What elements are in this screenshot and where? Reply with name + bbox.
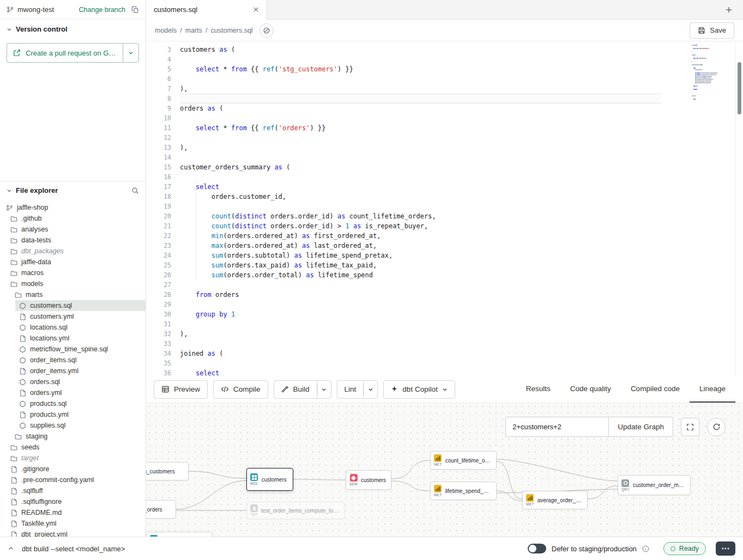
tab-customers-sql[interactable]: customers.sql [146, 0, 267, 20]
create-pr-dropdown-button[interactable] [123, 43, 139, 63]
panel-tab-lineage[interactable]: Lineage [690, 376, 735, 403]
code-line-3[interactable]: 3customers as ( [146, 45, 661, 54]
breadcrumb-part-models[interactable]: models [155, 27, 177, 34]
panel-tab-code-quality[interactable]: Code quality [560, 376, 621, 403]
save-button[interactable]: Save [690, 22, 734, 39]
code-line-14[interactable]: 14 [146, 153, 661, 162]
code-line-36[interactable]: 36 select [146, 368, 661, 376]
code-line-17[interactable]: 17 select [146, 182, 661, 192]
code-line-34[interactable]: 34joined as ( [146, 349, 661, 358]
file-item-.github[interactable]: .github [0, 213, 146, 224]
lineage-node-customers[interactable]: MDLcustomers [246, 468, 293, 491]
file-item-dbt_packages[interactable]: dbt_packages [0, 246, 146, 257]
file-item-.sqlfluffignore[interactable]: .sqlfluffignore [0, 496, 146, 507]
search-icon[interactable] [131, 187, 139, 194]
build-button[interactable]: Build [274, 380, 317, 399]
chevron-down-icon[interactable] [7, 27, 12, 32]
code-line-33[interactable]: 33 [146, 339, 661, 349]
code-line-9[interactable]: 9orders as ( [146, 104, 661, 113]
file-item-data-tests[interactable]: data-tests [0, 235, 146, 246]
file-item-orders.yml[interactable]: orders.yml [0, 387, 146, 398]
code-line-35[interactable]: 35 [146, 358, 661, 368]
file-item-target[interactable]: target [0, 453, 146, 464]
dbt-copilot-button[interactable]: dbt Copilot [383, 380, 455, 399]
lineage-node-test_order_items_compute_to_bools...[interactable]: TSTtest_order_items_compute_to_bools... [246, 502, 345, 519]
info-icon[interactable] [642, 545, 649, 552]
chevron-up-icon[interactable] [8, 545, 14, 552]
build-dropdown-button[interactable] [317, 380, 331, 399]
code-line-8[interactable]: 8 [146, 94, 661, 104]
file-item-metricflow_time_spine.sql[interactable]: metricflow_time_spine.sql [0, 344, 146, 355]
code-line-26[interactable]: 26 sum(orders.order_total) as lifetime_s… [146, 270, 661, 280]
file-item-supplies.sql[interactable]: supplies.sql [0, 420, 146, 431]
file-item-dbt_project.yml[interactable]: dbt_project.yml [0, 529, 146, 537]
code-line-7[interactable]: 7), [146, 84, 661, 94]
code-editor[interactable]: 3customers as (45 select * from {{ ref('… [146, 41, 743, 376]
editor-scrollbar[interactable] [735, 41, 743, 376]
file-item-.sqlfluff[interactable]: .sqlfluff [0, 485, 146, 496]
file-item-customers.sql[interactable]: customers.sql [15, 300, 146, 311]
lineage-node-customer_order_metrics[interactable]: QRYcustomer_order_metrics [618, 475, 691, 495]
file-item-order_items.yml[interactable]: order_items.yml [0, 366, 146, 376]
scrollbar-thumb[interactable] [738, 62, 741, 114]
file-item-models[interactable]: models [0, 278, 146, 289]
code-line-30[interactable]: 30 group by 1 [146, 309, 661, 319]
copilot-circle-icon[interactable] [259, 23, 274, 38]
file-item-orders.sql[interactable]: orders.sql [0, 376, 146, 387]
file-item-seeds[interactable]: seeds [0, 442, 146, 453]
code-line-31[interactable]: 31 [146, 319, 661, 329]
update-graph-button[interactable]: Update Graph [609, 417, 673, 437]
code-line-13[interactable]: 13), [146, 143, 661, 153]
code-line-21[interactable]: 21 count(distinct orders.order_id) > 1 a… [146, 221, 661, 231]
file-item-macros[interactable]: macros [0, 267, 146, 278]
preview-button[interactable]: Preview [154, 380, 208, 399]
code-line-27[interactable]: 27 [146, 280, 661, 290]
lineage-node-stg_orders[interactable]: MDLstg_orders [146, 500, 176, 519]
code-line-16[interactable]: 16 [146, 172, 661, 182]
file-item-analyses[interactable]: analyses [0, 224, 146, 235]
file-item-jaffle-shop[interactable]: jaffle-shop [0, 202, 146, 213]
lineage-panel[interactable]: MDLstg_customersMDLstg_ordersMDLcustomer… [146, 403, 743, 537]
lineage-node-average_order_value[interactable]: METaverage_order_value [522, 491, 588, 509]
code-line-6[interactable]: 6 [146, 74, 661, 84]
chevron-down-icon[interactable] [7, 188, 12, 193]
file-item-customers.yml[interactable]: customers.yml [0, 311, 146, 322]
code-line-25[interactable]: 25 sum(orders.tax_paid) as lifetime_tax_… [146, 260, 661, 270]
panel-tab-results[interactable]: Results [516, 376, 560, 403]
create-pr-button[interactable]: Create a pull request on Git... [7, 43, 123, 63]
cli-command[interactable]: dbt build --select <model_name> [22, 545, 125, 553]
panel-tab-compiled-code[interactable]: Compiled code [621, 376, 690, 403]
breadcrumb-part-marts[interactable]: marts [185, 27, 202, 34]
file-item-locations.yml[interactable]: locations.yml [0, 333, 146, 344]
new-tab-button[interactable] [721, 2, 736, 17]
code-line-29[interactable]: 29 [146, 300, 661, 309]
lineage-selector-input[interactable] [505, 417, 609, 437]
code-line-32[interactable]: 32), [146, 329, 661, 339]
lineage-node-stg_order_items[interactable]: MDLstg_order_items [146, 532, 213, 537]
file-item-README.md[interactable]: README.md [0, 507, 146, 518]
lineage-node-lifetime_spend_pretax[interactable]: METlifetime_spend_pretax [430, 482, 497, 500]
code-line-22[interactable]: 22 min(orders.ordered_at) as first_order… [146, 231, 661, 241]
overflow-menu-button[interactable] [716, 541, 735, 556]
lint-dropdown-button[interactable] [363, 380, 378, 399]
code-line-24[interactable]: 24 sum(orders.subtotal) as lifetime_spen… [146, 251, 661, 260]
lint-button[interactable]: Lint [337, 380, 364, 399]
lineage-node-stg_customers[interactable]: MDLstg_customers [146, 462, 189, 480]
file-item-Taskfile.yml[interactable]: Taskfile.yml [0, 518, 146, 529]
code-line-20[interactable]: 20 count(distinct orders.order_id) as co… [146, 211, 661, 221]
defer-toggle[interactable] [528, 544, 546, 553]
close-icon[interactable] [253, 7, 259, 13]
code-line-23[interactable]: 23 max(orders.ordered_at) as last_ordere… [146, 241, 661, 251]
file-item-staging[interactable]: staging [0, 431, 146, 442]
code-line-18[interactable]: 18 orders.customer_id, [146, 192, 661, 202]
code-line-11[interactable]: 11 select * from {{ ref('orders') }} [146, 123, 661, 133]
lineage-node-customers[interactable]: SEMcustomers [346, 470, 391, 490]
code-line-5[interactable]: 5 select * from {{ ref('stg_customers') … [146, 64, 661, 74]
file-item-locations.sql[interactable]: locations.sql [0, 322, 146, 333]
copy-icon[interactable] [131, 6, 139, 14]
file-item-.pre-commit-config.yaml[interactable]: .pre-commit-config.yaml [0, 474, 146, 485]
refresh-icon[interactable] [707, 418, 726, 436]
file-item-.gitignore[interactable]: .gitignore [0, 464, 146, 474]
file-item-products.sql[interactable]: products.sql [0, 398, 146, 409]
code-line-10[interactable]: 10 [146, 113, 661, 123]
